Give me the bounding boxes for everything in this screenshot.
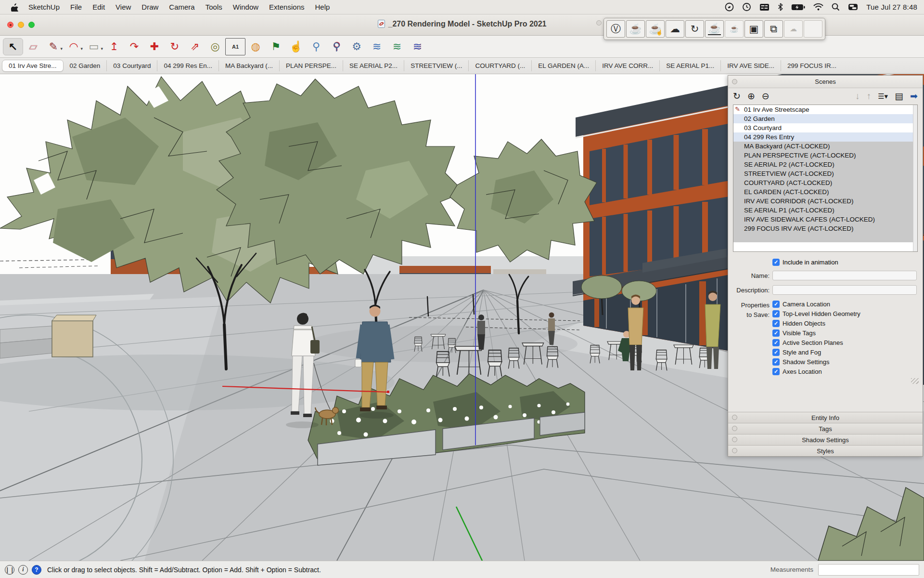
scene-tab[interactable]: COURTYARD (...: [468, 60, 531, 71]
description-input[interactable]: [772, 285, 917, 295]
scene-list-item[interactable]: ✎ SE AERIAL P2 (ACT-LOCKED): [733, 160, 917, 169]
menu-item[interactable]: Window: [228, 3, 264, 11]
rectangle-tool[interactable]: ▭: [84, 38, 104, 55]
creative-cloud-icon[interactable]: [725, 2, 734, 12]
property-checkbox-row[interactable]: Shadow Settings: [772, 358, 860, 366]
waves-tool-3[interactable]: ≋: [407, 38, 427, 55]
scene-tab[interactable]: 01 Irv Ave Stre...: [2, 60, 64, 72]
scene-list-item[interactable]: ✎ 04 299 Res Entry: [733, 132, 917, 142]
menu-item[interactable]: Tools: [200, 3, 228, 11]
scene-list-item[interactable]: ✎ 01 Irv Ave Streetscape: [733, 105, 917, 114]
rotate-tool[interactable]: ↻: [165, 38, 185, 55]
view-options-icon[interactable]: ☰▾: [878, 92, 888, 100]
property-checkbox-row[interactable]: Axes Location: [772, 368, 860, 375]
scene-tab[interactable]: EL GARDEN (A...: [531, 60, 595, 71]
vray-viewport-render-button[interactable]: ☕: [725, 20, 744, 38]
scenes-panel-header[interactable]: Scenes: [728, 76, 923, 88]
follow-me-tool[interactable]: ↷: [124, 38, 144, 55]
scene-tab[interactable]: MA Backyard (...: [218, 60, 279, 71]
scene-details-icon[interactable]: ▤: [895, 92, 903, 101]
scene-tab[interactable]: SE AERIAL P1...: [659, 60, 720, 71]
scene-list-item[interactable]: ✎ EL GARDEN (ACT-LOCKED): [733, 187, 917, 197]
tray-collapse-dot[interactable]: [732, 415, 737, 420]
spotlight-icon[interactable]: [832, 3, 840, 11]
scene-tab[interactable]: STREETVIEW (...: [404, 60, 468, 71]
vray-toolbar-handle[interactable]: [596, 20, 602, 26]
text-tool[interactable]: A1: [225, 38, 245, 55]
vray-lock-button[interactable]: [804, 20, 822, 38]
gear-tool[interactable]: ⚙: [346, 38, 367, 55]
info-icon[interactable]: i: [18, 565, 28, 575]
scene-list-item[interactable]: ✎ 03 Courtyard: [733, 123, 917, 132]
vray-cloud-batch-button[interactable]: ☁: [784, 20, 803, 38]
waves-tool-2[interactable]: ≋: [387, 38, 407, 55]
property-checkbox[interactable]: [772, 368, 780, 375]
tray-collapse-dot[interactable]: [732, 426, 737, 431]
menu-item[interactable]: File: [65, 3, 87, 11]
vray-batch-render-button[interactable]: ⧉: [764, 20, 783, 38]
property-checkbox-row[interactable]: Hidden Objects: [772, 320, 860, 327]
menu-item[interactable]: Extensions: [264, 3, 309, 11]
property-checkbox-row[interactable]: Top-Level Hidden Geometry: [772, 310, 860, 317]
scene-list-item[interactable]: ✎ 299 FOCUS IRV AVE (ACT-LOCKED): [733, 224, 917, 233]
vray-frame-buffer-button[interactable]: ▣: [744, 20, 763, 38]
scene-list-item[interactable]: ✎ IRV AVE SIDEWALK CAFES (ACT-LOCKED): [733, 215, 917, 224]
scene-tab[interactable]: SE AERIAL P2...: [343, 60, 404, 71]
property-checkbox[interactable]: [772, 349, 780, 356]
chaos-cloud-button[interactable]: ☁: [666, 20, 684, 38]
property-checkbox[interactable]: [772, 329, 780, 337]
menu-item[interactable]: Help: [309, 3, 335, 11]
panel-resize-grip[interactable]: [911, 378, 919, 384]
update-scene-icon[interactable]: ↻: [733, 92, 741, 101]
move-scene-down-icon[interactable]: ↓: [855, 92, 860, 101]
menu-item[interactable]: Draw: [136, 3, 164, 11]
vray-render-last-button[interactable]: ☕: [705, 20, 724, 38]
time-machine-icon[interactable]: [742, 2, 751, 12]
axes-tool[interactable]: ⚑: [266, 38, 286, 55]
vray-interactive-render-button[interactable]: ☕: [646, 20, 665, 38]
property-checkbox-row[interactable]: Style and Fog: [772, 349, 860, 356]
scene-list-item[interactable]: ✎ MA Backyard (ACT-LOCKED): [733, 142, 917, 151]
tray-bar[interactable]: Entity Info: [728, 412, 923, 423]
measurements-input[interactable]: [818, 564, 919, 576]
scene-list-item[interactable]: ✎ IRV AVE CORRIDOR (ACT-LOCKED): [733, 197, 917, 206]
menu-item[interactable]: View: [110, 3, 136, 11]
menu-item[interactable]: SketchUp: [23, 3, 65, 11]
move-tool[interactable]: ✚: [144, 38, 165, 55]
wifi-icon[interactable]: [813, 3, 823, 11]
scene-list-item[interactable]: ✎ STREETVIEW (ACT-LOCKED): [733, 169, 917, 178]
tray-collapse-dot[interactable]: [732, 437, 737, 442]
tray-bar[interactable]: Tags: [728, 423, 923, 434]
tray-bar[interactable]: Shadow Settings: [728, 434, 923, 445]
scene-tab[interactable]: 02 Garden: [64, 60, 107, 71]
tray-collapse-dot[interactable]: [732, 448, 737, 453]
property-checkbox[interactable]: [772, 339, 780, 346]
scene-list-item[interactable]: ✎ SE AERIAL P1 (ACT-LOCKED): [733, 206, 917, 215]
control-center-icon[interactable]: [848, 3, 858, 11]
paint-bucket-tool[interactable]: ◍: [245, 38, 266, 55]
arc-tool[interactable]: ◠: [64, 38, 84, 55]
zoom-extents-tool[interactable]: ⚲: [326, 38, 346, 55]
property-checkbox[interactable]: [772, 358, 780, 366]
scene-tab[interactable]: PLAN PERSPE...: [279, 60, 343, 71]
property-checkbox[interactable]: [772, 310, 780, 317]
scene-list-scrollbar[interactable]: [913, 105, 917, 251]
move-scene-up-icon[interactable]: ↑: [867, 92, 872, 101]
tray-bar[interactable]: Styles: [728, 445, 923, 456]
property-checkbox-row[interactable]: Active Section Planes: [772, 339, 860, 346]
scene-list-item[interactable]: ✎ 02 Garden: [733, 114, 917, 123]
export-scene-icon[interactable]: ➡: [910, 92, 918, 101]
pan-tool[interactable]: ☝: [286, 38, 306, 55]
vray-asset-editor-button[interactable]: Ⓥ: [606, 20, 625, 38]
menu-bar-clock[interactable]: Tue Jul 27 8:48: [866, 3, 917, 11]
include-in-animation-checkbox[interactable]: [772, 259, 780, 266]
push-pull-tool[interactable]: ↥: [104, 38, 124, 55]
bluetooth-icon[interactable]: [778, 3, 783, 11]
help-icon[interactable]: ?: [32, 565, 41, 575]
vray-render-button[interactable]: ☕: [626, 20, 645, 38]
property-checkbox[interactable]: [772, 301, 780, 308]
scene-list-item[interactable]: ✎ PLAN PERSPECTIVE (ACT-LOCKED): [733, 151, 917, 160]
menu-item[interactable]: Edit: [87, 3, 110, 11]
select-tool[interactable]: ↖: [3, 38, 23, 55]
battery-icon[interactable]: [791, 4, 805, 11]
